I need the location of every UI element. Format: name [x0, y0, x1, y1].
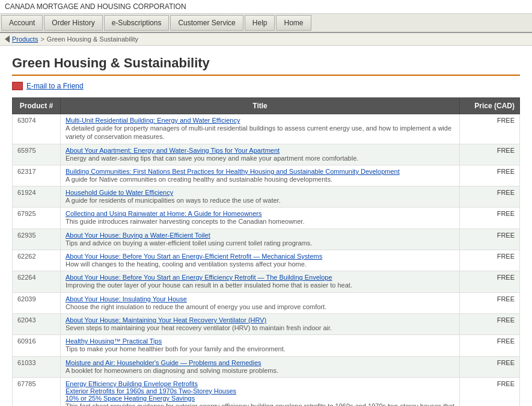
product-price-cell: FREE	[460, 165, 520, 186]
table-row: 65975About Your Apartment: Energy and Wa…	[13, 144, 520, 165]
breadcrumb-separator: >	[40, 35, 44, 43]
product-price-cell: FREE	[460, 271, 520, 292]
product-description: A booklet for homeowners on diagnosing a…	[66, 367, 278, 374]
product-description: Improving the outer layer of your house …	[66, 281, 352, 289]
product-link[interactable]: About Your House: Before You Start an En…	[66, 274, 454, 281]
table-row: 62039About Your House: Insulating Your H…	[13, 292, 520, 313]
product-description: This fact sheet provides guidance for ex…	[66, 402, 454, 406]
product-description: Choose the right insulation to reduce th…	[66, 303, 326, 310]
col-title: Title	[61, 98, 460, 114]
product-price-cell: FREE	[460, 335, 520, 356]
product-link[interactable]: About Your House: Before You Start an En…	[66, 253, 454, 260]
col-product-num: Product #	[13, 98, 61, 114]
product-number-cell: 62264	[13, 271, 61, 292]
tab-help[interactable]: Help	[245, 15, 275, 31]
breadcrumb-products-link[interactable]: Products	[12, 35, 38, 43]
product-number-cell: 62317	[13, 165, 61, 186]
product-description: How will changes to the heating, cooling…	[66, 260, 307, 268]
product-price-cell: FREE	[460, 377, 520, 406]
product-price-cell: FREE	[460, 356, 520, 377]
product-number-cell: 67785	[13, 377, 61, 406]
product-link[interactable]: Energy Efficiency Building Envelope Retr…	[66, 380, 454, 387]
table-row: 60916Healthy Housing™ Practical TipsTips…	[13, 335, 520, 356]
product-title-cell: Collecting and Using Rainwater at Home: …	[61, 208, 460, 229]
product-link[interactable]: Collecting and Using Rainwater at Home: …	[66, 210, 454, 217]
page-title: Green Housing & Sustainability	[12, 55, 520, 76]
product-price-cell: FREE	[460, 186, 520, 208]
product-title-cell: Multi-Unit Residential Building: Energy …	[61, 114, 460, 144]
table-body: 63074Multi-Unit Residential Building: En…	[13, 114, 520, 407]
product-link[interactable]: Multi-Unit Residential Building: Energy …	[66, 117, 454, 124]
table-row: 61033Moisture and Air: Householder's Gui…	[13, 356, 520, 377]
product-title-cell: About Your House: Before You Start an En…	[61, 271, 460, 292]
product-title-cell: About Your House: Buying a Water-Efficie…	[61, 229, 460, 250]
product-number-cell: 62039	[13, 292, 61, 313]
product-title-cell: About Your House: Insulating Your HouseC…	[61, 292, 460, 313]
col-price: Price (CAD)	[460, 98, 520, 114]
navbar: Account Order History e-Subscriptions Cu…	[0, 14, 532, 33]
product-subtitle1-link[interactable]: Exterior Retrofits for 1960s and 1970s T…	[66, 387, 454, 395]
product-link[interactable]: About Your House: Buying a Water-Efficie…	[66, 232, 454, 239]
product-link[interactable]: Healthy Housing™ Practical Tips	[66, 337, 454, 345]
product-description: A guide for Native communities on creati…	[66, 176, 332, 183]
product-number-cell: 62043	[13, 313, 61, 334]
product-description: Tips and advice on buying a water-effici…	[66, 239, 312, 247]
product-link[interactable]: About Your House: Insulating Your House	[66, 295, 454, 303]
product-description: This guide introduces rainwater harvesti…	[66, 218, 304, 225]
table-row: 67925Collecting and Using Rainwater at H…	[13, 208, 520, 229]
product-number-cell: 67925	[13, 208, 61, 229]
product-description: A detailed guide for property managers o…	[66, 125, 451, 140]
product-number-cell: 62935	[13, 229, 61, 250]
table-row: 63074Multi-Unit Residential Building: En…	[13, 114, 520, 144]
email-to-friend-link[interactable]: E-mail to a Friend	[26, 82, 84, 90]
product-number-cell: 60916	[13, 335, 61, 356]
table-row: 62262About Your House: Before You Start …	[13, 250, 520, 271]
tab-home[interactable]: Home	[276, 15, 311, 31]
breadcrumb: Products > Green Housing & Sustainabilit…	[0, 33, 532, 46]
product-link[interactable]: Household Guide to Water Efficiency	[66, 189, 454, 196]
table-row: 62043About Your House: Maintaining Your …	[13, 313, 520, 334]
product-number-cell: 61033	[13, 356, 61, 377]
product-subtitle2-link[interactable]: 10% or 25% Space Heating Energy Savings	[66, 395, 454, 402]
tab-account[interactable]: Account	[1, 15, 43, 31]
product-price-cell: FREE	[460, 208, 520, 229]
product-price-cell: FREE	[460, 114, 520, 144]
product-description: Tips to make your home healthier both fo…	[66, 345, 286, 352]
product-price-cell: FREE	[460, 250, 520, 271]
product-number-cell: 63074	[13, 114, 61, 144]
tab-e-subscriptions[interactable]: e-Subscriptions	[104, 15, 170, 31]
product-number-cell: 61924	[13, 186, 61, 208]
product-title-cell: Household Guide to Water EfficiencyA gui…	[61, 186, 460, 208]
site-header: CANADA MORTGAGE AND HOUSING CORPORATION	[0, 0, 532, 14]
site-title: CANADA MORTGAGE AND HOUSING CORPORATION	[5, 2, 186, 11]
product-title-cell: Healthy Housing™ Practical TipsTips to m…	[61, 335, 460, 356]
product-title-cell: Energy Efficiency Building Envelope Retr…	[61, 377, 460, 406]
product-title-cell: Moisture and Air: Householder's Guide — …	[61, 356, 460, 377]
product-link[interactable]: About Your House: Maintaining Your Heat …	[66, 316, 454, 324]
product-price-cell: FREE	[460, 144, 520, 165]
product-title-cell: About Your House: Before You Start an En…	[61, 250, 460, 271]
product-title-cell: About Your House: Maintaining Your Heat …	[61, 313, 460, 334]
product-title-cell: Building Communities: First Nations Best…	[61, 165, 460, 186]
table-row: 61924Household Guide to Water Efficiency…	[13, 186, 520, 208]
table-row: 67785Energy Efficiency Building Envelope…	[13, 377, 520, 406]
product-title-cell: About Your Apartment: Energy and Water-S…	[61, 144, 460, 165]
product-description: Seven steps to maintaining your heat rec…	[66, 324, 332, 331]
tab-customer-service[interactable]: Customer Service	[170, 15, 243, 31]
table-row: 62264About Your House: Before You Start …	[13, 271, 520, 292]
products-table: Product # Title Price (CAD) 63074Multi-U…	[12, 97, 520, 406]
product-link[interactable]: Moisture and Air: Householder's Guide — …	[66, 359, 454, 366]
product-description: A guide for residents of municipalities …	[66, 197, 281, 204]
product-number-cell: 62262	[13, 250, 61, 271]
product-price-cell: FREE	[460, 292, 520, 313]
product-link[interactable]: Building Communities: First Nations Best…	[66, 168, 454, 175]
tab-order-history[interactable]: Order History	[44, 15, 102, 31]
product-description: Energy and water-saving tips that can sa…	[66, 155, 358, 162]
product-link[interactable]: About Your Apartment: Energy and Water-S…	[66, 147, 454, 154]
back-arrow-icon[interactable]	[5, 35, 10, 43]
product-number-cell: 65975	[13, 144, 61, 165]
email-icon	[12, 82, 23, 90]
main-content: Green Housing & Sustainability E-mail to…	[0, 46, 532, 406]
breadcrumb-current: Green Housing & Sustainability	[47, 35, 138, 43]
table-row: 62935About Your House: Buying a Water-Ef…	[13, 229, 520, 250]
